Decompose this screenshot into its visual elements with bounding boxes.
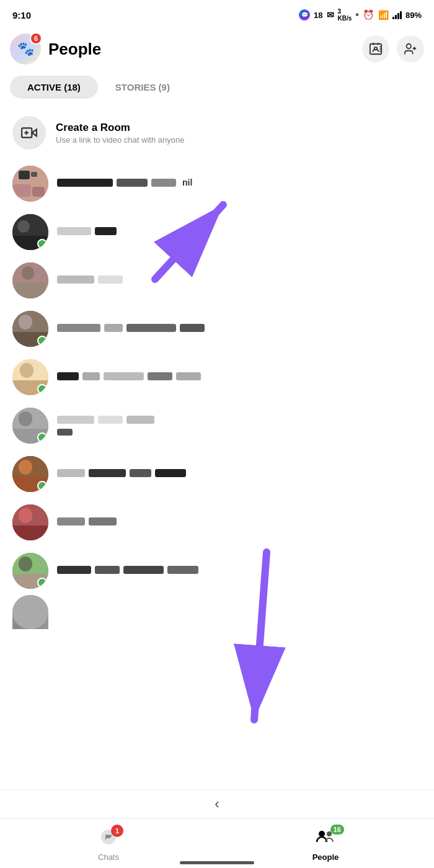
room-subtitle: Use a link to video chat with anyone: [56, 135, 184, 145]
svg-point-7: [407, 44, 411, 48]
signal-bars: [392, 11, 402, 19]
online-badge: [37, 384, 47, 394]
dot-indicator: •: [355, 9, 359, 20]
svg-rect-38: [19, 460, 32, 475]
room-text: Create a Room Use a link to video chat w…: [56, 122, 184, 145]
nav-item-people[interactable]: 16 People: [301, 828, 350, 862]
avatar: [12, 553, 48, 589]
avatar: [12, 359, 48, 395]
tab-active[interactable]: ACTIVE (18): [10, 76, 98, 99]
list-item[interactable]: [0, 353, 434, 401]
svg-rect-17: [32, 187, 45, 197]
person-info: [57, 372, 422, 383]
home-indicator: [180, 861, 254, 864]
person-info: [57, 416, 422, 436]
messenger-notification-icon: 💬: [299, 9, 310, 20]
contacts-button[interactable]: [362, 35, 389, 63]
list-item[interactable]: [0, 305, 434, 353]
chats-label: Chats: [98, 852, 119, 862]
svg-point-54: [319, 831, 325, 837]
avatar: [12, 408, 48, 444]
svg-rect-48: [12, 595, 48, 629]
header-left: 🐾 6 People: [10, 34, 101, 65]
avatar: [12, 214, 48, 250]
avatar: [12, 595, 48, 629]
chats-icon: 1: [100, 828, 117, 850]
mail-icon: ✉: [327, 10, 334, 20]
person-info: [57, 275, 422, 286]
svg-rect-45: [19, 557, 32, 571]
online-badge: [37, 481, 47, 491]
person-info: [57, 566, 422, 576]
header: 🐾 6 People: [0, 27, 434, 71]
people-label: People: [312, 852, 339, 862]
svg-rect-19: [17, 220, 30, 233]
bottom-nav: 1 Chats 16 People: [0, 818, 434, 868]
app-logo[interactable]: 🐾 6: [10, 34, 41, 65]
list-item[interactable]: [0, 208, 434, 256]
people-icon: 16: [316, 828, 335, 850]
wifi-icon: 📶: [378, 10, 389, 20]
person-info: [57, 517, 422, 528]
alarm-icon: ⏰: [363, 9, 374, 20]
status-bar: 9:10 💬 18 ✉ 3KB/s • ⏰ 📶 89%: [0, 0, 434, 27]
list-item[interactable]: nil: [0, 159, 434, 208]
page-title: People: [48, 40, 101, 59]
create-room[interactable]: Create a Room Use a link to video chat w…: [0, 106, 434, 159]
tabs-section: ACTIVE (18) STORIES (9): [0, 71, 434, 104]
online-badge: [37, 336, 47, 346]
people-list: nil: [0, 159, 434, 629]
online-badge: [37, 239, 47, 249]
system-bar: ‹: [0, 789, 434, 818]
list-item[interactable]: [0, 256, 434, 305]
avatar: [12, 166, 48, 202]
avatar: [12, 262, 48, 298]
online-badge: [37, 432, 47, 442]
person-info: [57, 324, 422, 334]
list-item[interactable]: [0, 498, 434, 547]
svg-rect-26: [19, 315, 32, 329]
people-badge: 16: [330, 825, 344, 834]
person-info: [57, 227, 422, 238]
tab-inactive[interactable]: STORIES (9): [98, 76, 187, 99]
room-title: Create a Room: [56, 122, 184, 134]
battery-level: 89%: [405, 11, 422, 20]
status-time: 9:10: [12, 10, 31, 20]
svg-rect-42: [19, 508, 32, 523]
notification-count: 18: [314, 11, 322, 20]
svg-rect-24: [16, 282, 45, 298]
nav-item-chats[interactable]: 1 Chats: [84, 828, 133, 862]
list-item[interactable]: [0, 450, 434, 498]
svg-rect-43: [12, 526, 48, 540]
list-item[interactable]: [0, 547, 434, 595]
avatar: [12, 456, 48, 492]
person-info: nil: [57, 177, 422, 190]
room-icon: [12, 116, 46, 150]
chats-badge: 1: [111, 825, 123, 837]
person-info: [57, 469, 422, 480]
header-actions: [362, 35, 424, 63]
avatar: [12, 504, 48, 540]
status-icons: 💬 18 ✉ 3KB/s • ⏰ 📶 89%: [299, 8, 422, 22]
back-button[interactable]: ‹: [215, 796, 219, 812]
svg-rect-23: [22, 266, 34, 280]
svg-rect-34: [19, 411, 32, 426]
list-item[interactable]: [0, 595, 434, 629]
logo-badge: 6: [30, 32, 42, 45]
add-person-button[interactable]: [397, 35, 424, 63]
svg-rect-14: [19, 171, 30, 179]
time-display: 9:10: [12, 10, 31, 20]
list-item[interactable]: [0, 401, 434, 450]
online-badge: [37, 578, 47, 588]
data-speed: 3KB/s: [338, 8, 352, 22]
svg-rect-15: [31, 172, 37, 177]
avatar: [12, 311, 48, 347]
svg-rect-30: [20, 363, 33, 378]
svg-rect-16: [12, 184, 31, 197]
